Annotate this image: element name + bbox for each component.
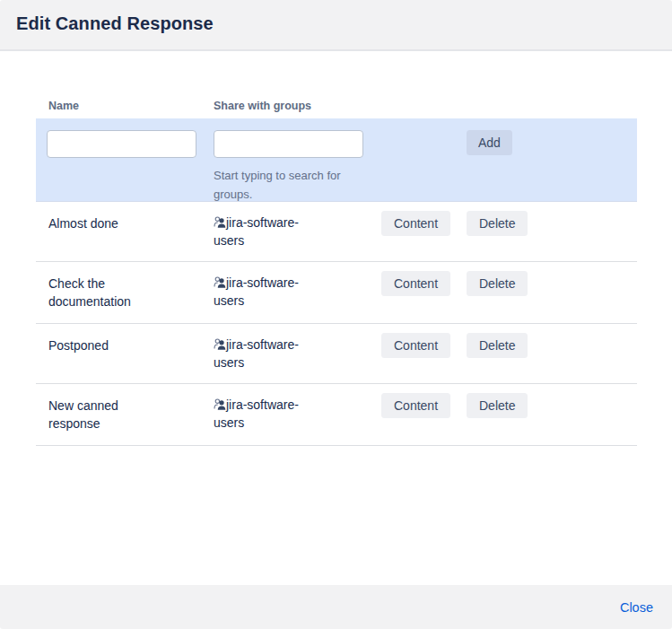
close-link[interactable]: Close bbox=[620, 600, 653, 615]
dialog-footer: Close bbox=[0, 585, 672, 629]
new-response-editor-row: Start typing to search for groups. Add bbox=[36, 118, 637, 202]
table-row: New canned response jira-software-users … bbox=[36, 384, 637, 446]
canned-responses-table: Name Share with groups Start typing to s… bbox=[36, 94, 637, 446]
table-header-row: Name Share with groups bbox=[36, 94, 637, 118]
group-icon bbox=[214, 336, 226, 349]
dialog-title: Edit Canned Response bbox=[16, 13, 214, 34]
table-row: Almost done jira-software-users Content … bbox=[36, 202, 637, 262]
response-name: Postponed bbox=[48, 336, 167, 354]
share-with-groups-input[interactable] bbox=[214, 130, 363, 158]
table-row: Check the documentation jira-software-us… bbox=[36, 262, 637, 324]
group-name: jira-software-users bbox=[214, 275, 299, 308]
table-row: Postponed jira-software-users Content De… bbox=[36, 324, 637, 384]
content-button[interactable]: Content bbox=[381, 271, 450, 296]
response-groups: jira-software-users bbox=[214, 336, 318, 371]
delete-button[interactable]: Delete bbox=[467, 211, 528, 236]
content-button[interactable]: Content bbox=[381, 211, 450, 236]
edit-canned-response-dialog: Edit Canned Response Name Share with gro… bbox=[0, 0, 672, 629]
delete-button[interactable]: Delete bbox=[467, 333, 528, 358]
response-groups: jira-software-users bbox=[214, 396, 318, 432]
group-icon bbox=[214, 275, 226, 287]
response-name: New canned response bbox=[48, 397, 167, 432]
name-input[interactable] bbox=[47, 130, 196, 158]
group-icon bbox=[214, 214, 226, 227]
group-name: jira-software-users bbox=[214, 337, 299, 370]
groups-helper-text: Start typing to search for groups. bbox=[214, 166, 357, 204]
column-header-share-with-groups: Share with groups bbox=[201, 94, 368, 118]
response-name: Almost done bbox=[48, 214, 167, 232]
content-button[interactable]: Content bbox=[381, 393, 450, 418]
column-header-name: Name bbox=[36, 94, 201, 118]
delete-button[interactable]: Delete bbox=[467, 393, 528, 418]
response-groups: jira-software-users bbox=[214, 214, 318, 249]
content-button[interactable]: Content bbox=[381, 333, 450, 358]
dialog-body: Name Share with groups Start typing to s… bbox=[0, 51, 672, 585]
delete-button[interactable]: Delete bbox=[467, 271, 528, 296]
group-icon bbox=[214, 397, 226, 409]
response-groups: jira-software-users bbox=[214, 274, 318, 310]
dialog-header: Edit Canned Response bbox=[0, 0, 672, 51]
response-name: Check the documentation bbox=[48, 275, 167, 310]
group-name: jira-software-users bbox=[214, 215, 299, 248]
add-button[interactable]: Add bbox=[467, 130, 512, 155]
group-name: jira-software-users bbox=[214, 397, 299, 430]
